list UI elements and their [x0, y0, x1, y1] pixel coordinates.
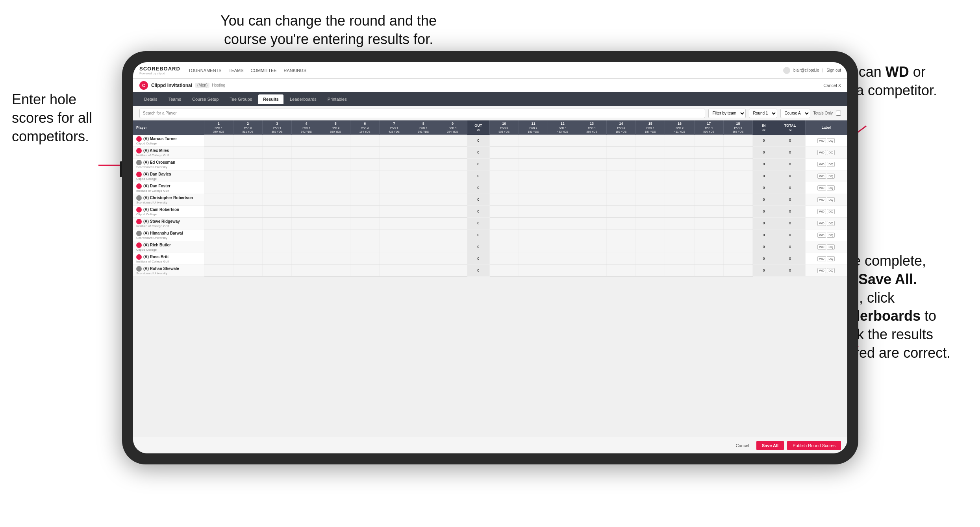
score-input-h12[interactable] [558, 233, 567, 237]
score-input-h14[interactable] [617, 198, 625, 202]
score-input-h2[interactable] [243, 245, 252, 249]
score-input-h18[interactable] [734, 162, 743, 166]
score-input-h6[interactable] [361, 221, 369, 225]
score-cell-h12[interactable] [548, 229, 577, 241]
score-cell-h5[interactable] [321, 146, 350, 158]
score-cell-h12[interactable] [548, 241, 577, 253]
score-input-h5[interactable] [331, 174, 340, 178]
score-cell-h16[interactable] [665, 158, 694, 170]
score-cell-h2[interactable] [233, 205, 262, 217]
score-cell-h10[interactable] [489, 229, 519, 241]
score-input-h10[interactable] [500, 198, 508, 202]
score-input-h6[interactable] [361, 198, 369, 202]
score-input-h12[interactable] [558, 268, 567, 272]
score-input-h5[interactable] [331, 150, 340, 154]
score-cell-h6[interactable] [350, 217, 379, 229]
score-cell-h16[interactable] [665, 205, 694, 217]
score-cell-h11[interactable] [519, 146, 548, 158]
score-input-h13[interactable] [587, 174, 596, 178]
score-input-h18[interactable] [734, 257, 743, 261]
score-input-h14[interactable] [617, 268, 625, 272]
score-input-h7[interactable] [390, 186, 398, 190]
score-cell-h17[interactable] [694, 158, 723, 170]
score-input-h16[interactable] [675, 257, 684, 261]
wd-button[interactable]: WD [817, 138, 826, 143]
score-cell-h3[interactable] [263, 158, 292, 170]
score-input-h7[interactable] [390, 198, 398, 202]
score-cell-h10[interactable] [489, 253, 519, 264]
score-input-h9[interactable] [448, 162, 457, 166]
score-input-h9[interactable] [448, 245, 457, 249]
score-input-h8[interactable] [419, 186, 428, 190]
dq-button[interactable]: DQ [827, 268, 835, 273]
score-input-h7[interactable] [390, 245, 398, 249]
score-cell-h7[interactable] [380, 158, 409, 170]
score-cell-h9[interactable] [438, 253, 467, 264]
score-cell-h13[interactable] [577, 135, 606, 147]
score-cell-h18[interactable] [723, 241, 752, 253]
score-input-h12[interactable] [558, 245, 567, 249]
score-input-h9[interactable] [448, 221, 457, 225]
score-cell-h14[interactable] [606, 194, 635, 205]
score-input-h11[interactable] [529, 150, 538, 154]
score-cell-h8[interactable] [409, 194, 438, 205]
score-input-h16[interactable] [675, 245, 684, 249]
score-cell-h15[interactable] [636, 170, 665, 182]
score-input-h5[interactable] [331, 162, 340, 166]
score-cell-h14[interactable] [606, 170, 635, 182]
score-input-h17[interactable] [704, 174, 713, 178]
dq-button[interactable]: DQ [827, 209, 835, 214]
score-input-h15[interactable] [646, 221, 655, 225]
score-input-h12[interactable] [558, 221, 567, 225]
score-input-h2[interactable] [243, 139, 252, 142]
score-cell-h5[interactable] [321, 158, 350, 170]
score-input-h13[interactable] [587, 162, 596, 166]
score-input-h15[interactable] [646, 139, 655, 142]
score-input-h2[interactable] [243, 150, 252, 154]
cancel-button[interactable]: Cancel X [823, 83, 841, 88]
score-cell-h17[interactable] [694, 146, 723, 158]
score-input-h11[interactable] [529, 174, 538, 178]
score-input-h17[interactable] [704, 245, 713, 249]
tab-printables[interactable]: Printables [323, 94, 352, 104]
score-cell-h17[interactable] [694, 253, 723, 264]
score-input-h15[interactable] [646, 268, 655, 272]
score-cell-h4[interactable] [292, 229, 321, 241]
score-cell-h10[interactable] [489, 241, 519, 253]
score-input-h5[interactable] [331, 245, 340, 249]
score-cell-h11[interactable] [519, 182, 548, 194]
score-cell-h7[interactable] [380, 194, 409, 205]
score-cell-h16[interactable] [665, 182, 694, 194]
score-cell-h9[interactable] [438, 241, 467, 253]
score-input-h9[interactable] [448, 174, 457, 178]
score-input-h7[interactable] [390, 268, 398, 272]
tab-tee-groups[interactable]: Tee Groups [225, 94, 257, 104]
score-cell-h8[interactable] [409, 170, 438, 182]
score-input-h5[interactable] [331, 233, 340, 237]
score-cell-h9[interactable] [438, 146, 467, 158]
score-input-h3[interactable] [273, 209, 282, 213]
wd-button[interactable]: WD [817, 197, 826, 202]
score-cell-h11[interactable] [519, 217, 548, 229]
score-cell-h3[interactable] [263, 135, 292, 147]
score-input-h18[interactable] [734, 221, 743, 225]
score-input-h18[interactable] [734, 245, 743, 249]
score-input-h14[interactable] [617, 221, 625, 225]
score-cell-h17[interactable] [694, 241, 723, 253]
score-input-h4[interactable] [302, 209, 311, 213]
score-input-h8[interactable] [419, 209, 428, 213]
score-cell-h18[interactable] [723, 146, 752, 158]
score-cell-h4[interactable] [292, 158, 321, 170]
score-cell-h15[interactable] [636, 217, 665, 229]
score-input-h9[interactable] [448, 139, 457, 142]
score-cell-h1[interactable] [204, 170, 233, 182]
score-input-h11[interactable] [529, 245, 538, 249]
score-cell-h3[interactable] [263, 146, 292, 158]
score-input-h10[interactable] [500, 257, 508, 261]
score-cell-h17[interactable] [694, 264, 723, 276]
score-input-h13[interactable] [587, 150, 596, 154]
score-cell-h1[interactable] [204, 158, 233, 170]
score-input-h10[interactable] [500, 139, 508, 142]
dq-button[interactable]: DQ [827, 256, 835, 261]
score-input-h8[interactable] [419, 198, 428, 202]
